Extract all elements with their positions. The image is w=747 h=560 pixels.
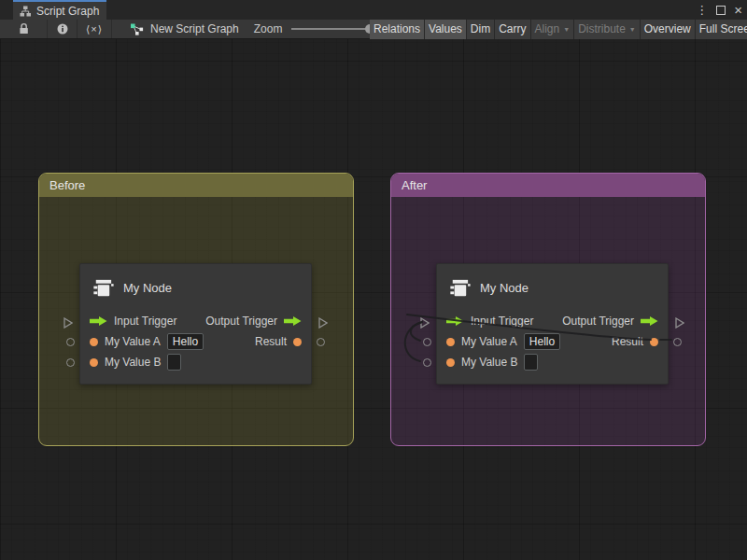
graph-tree-icon [20, 6, 31, 17]
value-b-port[interactable] [446, 358, 455, 367]
value-a-connector[interactable] [423, 338, 431, 346]
lock-icon [18, 22, 30, 35]
group-after-title: After [402, 178, 427, 192]
value-a-row: My Value A Hello Result [80, 331, 311, 352]
result-connector[interactable] [673, 338, 682, 346]
graph-toolbar: ⟨×⟩ New Script Graph Zoom 1x Relations V… [0, 20, 747, 39]
group-after-header[interactable]: After [391, 174, 705, 197]
value-b-row: My Value B [80, 352, 311, 372]
value-a-port[interactable] [446, 338, 455, 346]
result-label: Result [612, 335, 643, 348]
node-my-node-before[interactable]: My Node Input Trigger Output Trigger My … [79, 263, 312, 385]
value-b-label: My Value B [461, 356, 517, 369]
full-screen-button[interactable]: Full Screen [696, 20, 747, 39]
result-connector[interactable] [317, 338, 325, 346]
trigger-row: Input Trigger Output Trigger [80, 311, 311, 331]
info-icon [57, 23, 68, 35]
overview-button[interactable]: Overview [641, 20, 696, 39]
node-header: My Node [80, 264, 311, 311]
trigger-input-port[interactable] [446, 315, 464, 327]
toolbar-left: ⟨×⟩ [0, 20, 112, 38]
value-b-row: My Value B [437, 352, 668, 372]
value-a-label: My Value A [461, 335, 517, 348]
window-controls: ⋮ × [696, 0, 742, 20]
value-a-port[interactable] [90, 338, 98, 346]
trigger-output-port[interactable] [641, 315, 658, 327]
result-port[interactable] [650, 338, 658, 346]
output-trigger-label: Output Trigger [205, 315, 277, 328]
node-header: My Node [437, 264, 668, 311]
distribute-button[interactable]: Distribute ▼ [574, 20, 641, 39]
node-title: My Node [480, 281, 529, 295]
script-graph-window: Script Graph ⋮ × [0, 0, 747, 560]
carry-button[interactable]: Carry [495, 20, 530, 39]
align-button[interactable]: Align ▼ [531, 20, 575, 39]
trigger-output-port[interactable] [284, 315, 302, 327]
input-trigger-connector[interactable] [420, 315, 430, 332]
group-before-header[interactable]: Before [39, 174, 353, 197]
value-a-input[interactable]: Hello [167, 333, 204, 350]
output-trigger-label: Output Trigger [562, 315, 634, 328]
output-trigger-connector[interactable] [675, 315, 684, 332]
chevron-down-icon: ▼ [629, 26, 636, 33]
info-button[interactable] [48, 20, 78, 38]
unit-icon [91, 276, 114, 300]
group-before-title: Before [49, 178, 85, 192]
value-b-port[interactable] [90, 358, 98, 367]
zoom-label: Zoom [254, 22, 283, 35]
toolbar-buttons: Relations Values Dim Carry Align ▼ Distr… [370, 20, 747, 39]
node-my-node-after[interactable]: My Node Input Trigger Output Trigger My … [436, 263, 669, 385]
trigger-row: Input Trigger Output Trigger [437, 311, 668, 331]
graph-canvas[interactable]: Before After My Node [0, 39, 747, 560]
value-b-input[interactable] [524, 354, 538, 371]
value-a-connector[interactable] [66, 338, 75, 346]
values-button[interactable]: Values [425, 20, 467, 39]
more-menu-button[interactable]: ⋮ [696, 4, 708, 16]
relations-button[interactable]: Relations [370, 20, 425, 39]
dim-button[interactable]: Dim [467, 20, 495, 39]
value-b-label: My Value B [105, 356, 161, 369]
code-preview-icon: ⟨×⟩ [86, 23, 103, 35]
graph-breadcrumb[interactable]: New Script Graph [131, 22, 239, 35]
value-a-label: My Value A [105, 335, 161, 348]
tab-bar: Script Graph ⋮ × [0, 0, 747, 20]
unit-icon [447, 276, 471, 300]
input-trigger-label: Input Trigger [114, 315, 176, 328]
input-trigger-connector[interactable] [63, 315, 73, 332]
value-b-input[interactable] [167, 354, 181, 371]
tab-script-graph[interactable]: Script Graph [13, 0, 106, 20]
result-label: Result [255, 335, 287, 348]
node-title: My Node [123, 281, 172, 295]
close-button[interactable]: × [734, 3, 742, 17]
chevron-down-icon: ▼ [563, 26, 570, 33]
zoom-slider[interactable] [291, 28, 372, 30]
tab-title: Script Graph [36, 5, 99, 18]
value-a-input[interactable]: Hello [524, 333, 560, 350]
value-b-connector[interactable] [66, 358, 75, 367]
value-a-row: My Value A Hello Result [437, 331, 668, 352]
input-trigger-label: Input Trigger [471, 315, 533, 328]
lock-button[interactable] [0, 20, 48, 38]
trigger-input-port[interactable] [90, 315, 107, 327]
maximize-button[interactable] [716, 6, 726, 15]
graph-name: New Script Graph [150, 22, 239, 35]
value-b-connector[interactable] [423, 358, 431, 367]
code-preview-button[interactable]: ⟨×⟩ [78, 20, 112, 38]
script-graph-icon [131, 23, 144, 35]
output-trigger-connector[interactable] [318, 315, 328, 332]
result-port[interactable] [293, 338, 302, 346]
